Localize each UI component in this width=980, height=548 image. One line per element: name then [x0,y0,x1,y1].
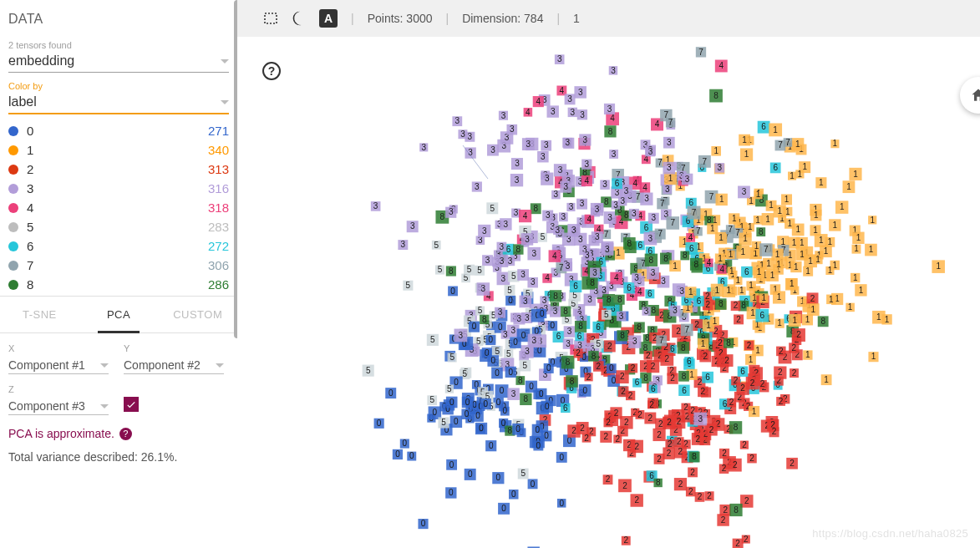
main: A | Points: 3000 | Dimension: 784 | 1 ? … [237,0,980,548]
z-axis-label: Z [8,384,109,394]
z-component-value: Component #3 [8,399,85,413]
chevron-down-icon [221,59,229,63]
tab-pca[interactable]: PCA [79,297,159,332]
legend-row[interactable]: 8286 [8,275,229,294]
legend-swatch [8,126,18,136]
legend-label: 0 [27,124,33,138]
y-component-select[interactable]: Component #2 [124,357,224,374]
legend-label: 2 [27,162,33,176]
tab-custom[interactable]: CUSTOM [158,297,237,332]
chevron-down-icon [221,100,229,104]
pca-controls: X Component #1 Y Component #2 Z [0,333,237,415]
legend-label: 3 [27,181,33,195]
data-panel-title: DATA [0,0,237,33]
z-component-select[interactable]: Component #3 [8,398,109,415]
z-enable-checkbox[interactable] [124,397,139,412]
projection-canvas[interactable]: ? https://blog.csdn.net/haha0825 [237,37,980,548]
legend-count: 316 [208,181,229,195]
legend-count: 313 [208,162,229,176]
color-by-select[interactable]: label [8,91,229,114]
legend-count: 340 [208,143,229,157]
projection-tabs: T-SNE PCA CUSTOM [0,296,237,333]
legend-swatch [8,165,18,175]
night-mode-icon[interactable] [291,9,309,28]
legend-count: 286 [208,277,229,292]
toolbar: A | Points: 3000 | Dimension: 784 | 1 [237,0,980,37]
legend-label: 6 [27,239,33,253]
legend-row[interactable]: 6272 [8,236,229,256]
legend-label: 1 [27,143,33,157]
legend-row[interactable]: 0271 [8,121,229,140]
legend-swatch [8,145,18,155]
legend: 027113402313331643185283627273068286 [0,116,237,294]
sidebar: DATA 2 tensors found embedding Color by … [0,0,237,548]
help-icon[interactable]: ? [119,428,132,440]
legend-row[interactable]: 7306 [8,256,229,275]
legend-swatch [8,261,18,271]
separator: | [556,12,560,25]
legend-row[interactable]: 3316 [8,179,229,198]
x-component-select[interactable]: Component #1 [8,357,109,374]
y-component-value: Component #2 [124,358,201,372]
legend-swatch [8,222,18,232]
chevron-down-icon [216,363,224,368]
legend-count: 271 [208,124,229,138]
legend-row[interactable]: 5283 [8,217,229,236]
x-component-value: Component #1 [8,358,85,372]
legend-label: 5 [27,220,33,234]
x-axis-label: X [8,343,109,353]
y-axis-label: Y [124,343,224,353]
label-mode-icon[interactable]: A [319,9,338,28]
tensor-select[interactable]: embedding [8,50,229,73]
color-by-label: Color by [0,81,237,91]
legend-count: 272 [208,239,229,253]
points-stat: Points: 3000 [368,12,433,25]
home-icon [970,87,980,104]
dimension-stat: Dimension: 784 [462,12,543,25]
legend-count: 318 [208,200,229,215]
svg-rect-0 [265,13,277,23]
color-by-value: label [8,94,37,109]
separator: | [446,12,449,25]
scatter-plot[interactable] [237,37,980,548]
chevron-down-icon [100,363,109,368]
watermark: https://blog.csdn.net/haha0825 [812,527,968,540]
legend-label: 8 [27,277,33,292]
tensors-found-label: 2 tensors found [0,40,237,50]
separator: | [351,12,354,25]
pca-approx-note: PCA is approximate. ? [0,415,237,440]
tab-tsne[interactable]: T-SNE [0,297,79,332]
legend-row[interactable]: 1340 [8,140,229,160]
legend-swatch [8,203,18,213]
variance-text: Total variance described: 26.1%. [0,440,237,464]
legend-count: 306 [208,258,229,272]
check-icon [125,398,137,410]
legend-row[interactable]: 4318 [8,198,229,217]
trailing-stat: 1 [573,12,580,25]
legend-swatch [8,184,18,194]
legend-label: 4 [27,200,33,215]
legend-swatch [8,241,18,251]
legend-row[interactable]: 2313 [8,160,229,179]
tensor-select-value: embedding [8,53,74,68]
select-box-icon[interactable] [262,9,281,28]
legend-swatch [8,280,18,290]
legend-count: 283 [208,220,229,234]
chevron-down-icon [100,404,109,408]
legend-label: 7 [27,258,33,272]
